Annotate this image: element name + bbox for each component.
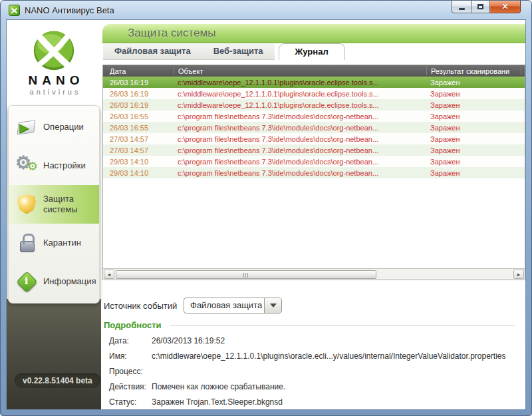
details-field-label: Дата: bbox=[104, 336, 152, 345]
row-result: Заражен bbox=[426, 135, 521, 143]
close-button[interactable]: ✕ bbox=[490, 1, 521, 13]
sidebar-item-lock[interactable]: Карантин bbox=[9, 224, 99, 262]
dropdown-button[interactable] bbox=[264, 298, 281, 313]
brand-name: NANO bbox=[24, 73, 84, 88]
table-row[interactable]: 26/03 16:19 c:\middleware\oepe_12.1.1.0.… bbox=[103, 77, 525, 88]
log-table: ДатаОбъектРезультат сканированиД 26/03 1… bbox=[102, 65, 525, 280]
row-date: 26/03 16:55 bbox=[103, 112, 174, 120]
table-header: ДатаОбъектРезультат сканированиД bbox=[103, 65, 525, 77]
details-field: Действия: Помечен как ложное срабатывани… bbox=[104, 382, 525, 391]
operations-icon bbox=[15, 115, 39, 139]
window-title: NANO Антивирус Beta bbox=[25, 5, 114, 15]
row-object: c:\middleware\oepe_12.1.1.0.1\plugins\or… bbox=[174, 90, 426, 98]
details-field: Процесс: bbox=[104, 367, 525, 376]
event-source-label: Источник событий bbox=[104, 301, 184, 311]
row-action: За bbox=[521, 158, 525, 166]
scroll-thumb[interactable] bbox=[116, 270, 376, 279]
row-date: 29/03 14:10 bbox=[103, 158, 174, 166]
table-row[interactable]: 29/03 14:10 c:\program files\netbeans 7.… bbox=[103, 167, 525, 178]
row-action: По bbox=[521, 90, 525, 98]
details-field-label: Процесс: bbox=[104, 367, 152, 376]
details-field-value: Помечен как ложное срабатывание. bbox=[152, 382, 285, 391]
row-object: c:\program files\netbeans 7.3\ide\module… bbox=[174, 158, 426, 166]
brand-subtitle: antivirus bbox=[27, 88, 81, 96]
scroll-grip-icon bbox=[243, 273, 249, 278]
close-icon: ✕ bbox=[501, 3, 508, 11]
row-date: 26/03 16:19 bbox=[103, 90, 174, 98]
table-row[interactable]: 26/03 16:55 c:\program files\netbeans 7.… bbox=[103, 110, 525, 122]
info-icon bbox=[15, 270, 39, 294]
row-action: За bbox=[521, 124, 525, 132]
row-object: c:\program files\netbeans 7.3\ide\module… bbox=[174, 146, 426, 154]
sidebar-item-label: Защита системы bbox=[43, 194, 99, 216]
horizontal-scrollbar[interactable]: ◄ ► bbox=[103, 268, 525, 280]
row-result: Заражен bbox=[426, 169, 521, 177]
minimize-button[interactable] bbox=[452, 1, 471, 13]
row-object: c:\program files\netbeans 7.3\ide\module… bbox=[174, 135, 426, 143]
row-result: Заражен bbox=[426, 90, 521, 98]
row-date: 26/03 16:19 bbox=[103, 101, 174, 109]
details-field-label: Имя: bbox=[104, 351, 152, 361]
row-date: 27/03 14:57 bbox=[103, 146, 174, 154]
table-row[interactable]: 26/03 16:19 c:\middleware\oepe_12.1.1.0.… bbox=[103, 99, 525, 110]
scroll-right-button[interactable]: ► bbox=[513, 270, 524, 279]
row-result: Заражен bbox=[426, 158, 521, 166]
brand-logo: NANO antivirus bbox=[7, 20, 101, 105]
window-controls: ✕ bbox=[452, 1, 521, 13]
table-row[interactable]: 26/03 16:19 c:\middleware\oepe_12.1.1.0.… bbox=[103, 88, 525, 99]
table-body: 26/03 16:19 c:\middleware\oepe_12.1.1.0.… bbox=[103, 77, 525, 178]
row-result: Заражен bbox=[426, 79, 521, 87]
sidebar-item-shield[interactable]: Защита системы bbox=[9, 185, 99, 224]
details-field: Дата: 26/03/2013 16:19:52 bbox=[104, 336, 525, 345]
column-header[interactable]: Дата bbox=[103, 67, 174, 75]
row-date: 26/03 16:19 bbox=[103, 79, 174, 87]
sidebar: NANO antivirus Операции Настройки Защита… bbox=[7, 20, 101, 409]
details-fields: Дата: 26/03/2013 16:19:52 Имя: c:\middle… bbox=[104, 336, 525, 407]
scroll-left-button[interactable]: ◄ bbox=[104, 270, 114, 279]
row-result: Заражен bbox=[426, 146, 521, 154]
sidebar-item-settings[interactable]: Настройки bbox=[9, 146, 99, 185]
tab-0[interactable]: Файловая защита bbox=[103, 43, 202, 60]
row-result: Заражен bbox=[426, 124, 521, 132]
column-header[interactable]: Результат сканировани bbox=[426, 67, 521, 75]
event-source-dropdown[interactable]: Файловая защита bbox=[184, 298, 282, 313]
app-window: NANO Антивирус Beta ✕ NANO antivirus Опе… bbox=[0, 0, 532, 416]
sidebar-footer: v0.22.8.51404 beta bbox=[7, 299, 101, 409]
row-action: За bbox=[521, 112, 525, 120]
tab-2[interactable]: Журнал bbox=[279, 43, 345, 60]
maximize-icon bbox=[477, 4, 483, 9]
table-empty-area bbox=[103, 178, 525, 268]
table-row[interactable]: 29/03 14:10 c:\program files\netbeans 7.… bbox=[103, 156, 525, 167]
shield-icon bbox=[15, 192, 39, 216]
details-field-value: 26/03/2013 16:19:52 bbox=[152, 336, 225, 345]
app-logo-icon bbox=[9, 5, 20, 16]
column-header[interactable]: Объект bbox=[174, 67, 426, 75]
tab-bar: Файловая защитаВеб-защитаЖурнал bbox=[101, 43, 525, 60]
details-panel: Подробности Дата: 26/03/2013 16:19:52 Им… bbox=[104, 320, 525, 409]
row-object: c:\middleware\oepe_12.1.1.0.1\plugins\or… bbox=[174, 101, 426, 109]
details-field-value: c:\middleware\oepe_12.1.1.0.1\plugins\or… bbox=[152, 351, 506, 361]
app-frame: NANO antivirus Операции Настройки Защита… bbox=[6, 19, 526, 410]
row-date: 27/03 14:57 bbox=[103, 135, 174, 143]
details-field-label: Действия: bbox=[104, 382, 152, 391]
maximize-button[interactable] bbox=[471, 1, 490, 13]
table-row[interactable]: 27/03 14:57 c:\program files\netbeans 7.… bbox=[103, 133, 525, 144]
main-content: Защита системы Файловая защитаВеб-защита… bbox=[101, 20, 525, 409]
sidebar-item-info[interactable]: Информация bbox=[9, 262, 99, 301]
row-result: Заражен bbox=[426, 112, 521, 120]
event-source-value: Файловая защита bbox=[184, 298, 264, 313]
minimize-icon bbox=[459, 8, 465, 10]
sidebar-item-operations[interactable]: Операции bbox=[9, 108, 99, 146]
column-header[interactable]: Д bbox=[521, 67, 525, 75]
table-row[interactable]: 27/03 14:57 c:\program files\netbeans 7.… bbox=[103, 144, 525, 156]
row-object: c:\middleware\oepe_12.1.1.0.1\plugins\or… bbox=[174, 79, 426, 87]
nano-orb-icon bbox=[31, 29, 77, 72]
details-field: Статус: Заражен Trojan.Text.Sleeper.bkgn… bbox=[104, 397, 525, 407]
page-title: Защита системы bbox=[102, 24, 525, 43]
details-title: Подробности bbox=[104, 320, 162, 330]
row-action: По bbox=[521, 101, 525, 109]
sidebar-item-label: Информация bbox=[43, 276, 96, 287]
tab-1[interactable]: Веб-защита bbox=[202, 43, 275, 60]
settings-icon bbox=[15, 154, 39, 178]
table-row[interactable]: 26/03 16:55 c:\program files\netbeans 7.… bbox=[103, 122, 525, 133]
